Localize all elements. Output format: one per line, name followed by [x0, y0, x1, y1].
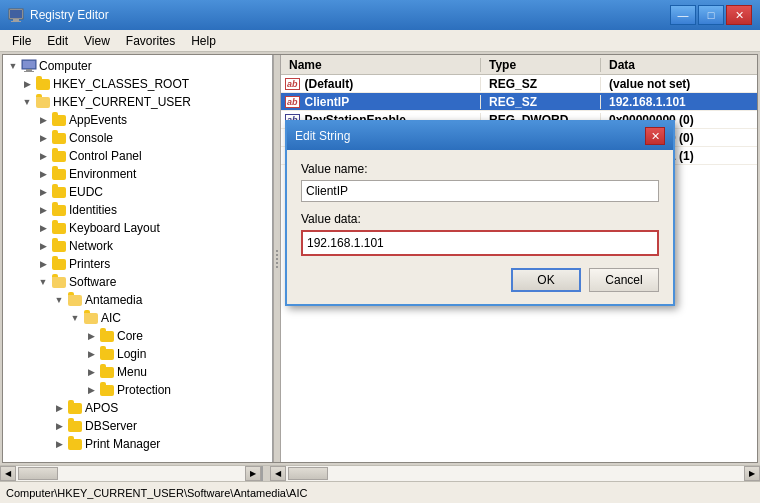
tree-label-software: Software — [69, 275, 116, 289]
dialog-close-button[interactable]: ✕ — [645, 127, 665, 145]
reg-sz-icon: ab — [285, 96, 300, 108]
tree-item-printmanager[interactable]: ▶ Print Manager — [3, 435, 256, 453]
computer-icon — [21, 59, 37, 73]
expand-icon-printmanager[interactable]: ▶ — [51, 436, 67, 452]
right-scroll-left-btn[interactable]: ◀ — [270, 466, 286, 481]
maximize-button[interactable]: □ — [698, 5, 724, 25]
tree-item-hkcu[interactable]: ▼ HKEY_CURRENT_USER — [3, 93, 256, 111]
svg-rect-1 — [10, 10, 22, 18]
expand-icon-software[interactable]: ▼ — [35, 274, 51, 290]
folder-icon-antamedia — [67, 293, 83, 307]
menu-file[interactable]: File — [4, 32, 39, 50]
expand-icon-aic[interactable]: ▼ — [67, 310, 83, 326]
tree-label-printers: Printers — [69, 257, 110, 271]
right-scroll-right-btn[interactable]: ▶ — [744, 466, 760, 481]
menu-favorites[interactable]: Favorites — [118, 32, 183, 50]
value-name-label: Value name: — [301, 162, 659, 176]
folder-icon-login — [99, 347, 115, 361]
left-scroll-right-btn[interactable]: ▶ — [245, 466, 261, 481]
tree-item-controlpanel[interactable]: ▶ Control Panel — [3, 147, 256, 165]
tree-item-menu[interactable]: ▶ Menu — [3, 363, 256, 381]
tree-label-menu: Menu — [117, 365, 147, 379]
expand-icon-eudc[interactable]: ▶ — [35, 184, 51, 200]
minimize-button[interactable]: — — [670, 5, 696, 25]
tree-item-aic[interactable]: ▼ AIC — [3, 309, 256, 327]
tree-item-login[interactable]: ▶ Login — [3, 345, 256, 363]
table-row[interactable]: ab ClientIP REG_SZ 192.168.1.101 — [281, 93, 757, 111]
folder-icon-apos — [67, 401, 83, 415]
tree-label-computer: Computer — [39, 59, 92, 73]
svg-rect-7 — [24, 71, 34, 72]
tree-item-apos[interactable]: ▶ APOS — [3, 399, 256, 417]
col-header-data: Data — [601, 58, 757, 72]
cancel-button[interactable]: Cancel — [589, 268, 659, 292]
value-data-input[interactable] — [301, 230, 659, 256]
divider-handle[interactable] — [273, 55, 281, 462]
tree-item-software[interactable]: ▼ Software — [3, 273, 256, 291]
expand-icon-network[interactable]: ▶ — [35, 238, 51, 254]
tree-item-antamedia[interactable]: ▼ Antamedia — [3, 291, 256, 309]
folder-icon-environment — [51, 167, 67, 181]
expand-icon-hkcu[interactable]: ▼ — [19, 94, 35, 110]
expand-icon-identities[interactable]: ▶ — [35, 202, 51, 218]
tree-label-hkcr: HKEY_CLASSES_ROOT — [53, 77, 189, 91]
left-scroll-thumb[interactable] — [18, 467, 58, 480]
expand-icon-antamedia[interactable]: ▼ — [51, 292, 67, 308]
row-data-0: (value not set) — [601, 77, 757, 91]
col-header-name: Name — [281, 58, 481, 72]
edit-string-dialog: Edit String ✕ Value name: Value data: OK… — [285, 120, 675, 306]
menu-help[interactable]: Help — [183, 32, 224, 50]
expand-icon-login[interactable]: ▶ — [83, 346, 99, 362]
dialog-title-bar: Edit String ✕ — [287, 122, 673, 150]
dialog-title: Edit String — [295, 129, 350, 143]
expand-icon-environment[interactable]: ▶ — [35, 166, 51, 182]
expand-icon-apos[interactable]: ▶ — [51, 400, 67, 416]
expand-icon-core[interactable]: ▶ — [83, 328, 99, 344]
dialog-buttons: OK Cancel — [301, 268, 659, 292]
expand-icon-printers[interactable]: ▶ — [35, 256, 51, 272]
right-scroll-track[interactable] — [286, 466, 744, 481]
expand-icon-computer[interactable]: ▼ — [5, 58, 21, 74]
tree-item-computer[interactable]: ▼ Computer — [3, 57, 256, 75]
tree-item-appevents[interactable]: ▶ AppEvents — [3, 111, 256, 129]
right-scroll-thumb[interactable] — [288, 467, 328, 480]
tree-label-hkcu: HKEY_CURRENT_USER — [53, 95, 191, 109]
expand-icon-controlpanel[interactable]: ▶ — [35, 148, 51, 164]
tree-item-protection[interactable]: ▶ Protection — [3, 381, 256, 399]
folder-icon-hkcu — [35, 95, 51, 109]
svg-rect-5 — [23, 61, 35, 68]
tree-item-network[interactable]: ▶ Network — [3, 237, 256, 255]
tree-item-core[interactable]: ▶ Core — [3, 327, 256, 345]
tree-label-keyboardlayout: Keyboard Layout — [69, 221, 160, 235]
expand-icon-dbserver[interactable]: ▶ — [51, 418, 67, 434]
tree-label-environment: Environment — [69, 167, 136, 181]
left-scroll-left-btn[interactable]: ◀ — [0, 466, 16, 481]
expand-icon-console[interactable]: ▶ — [35, 130, 51, 146]
expand-icon-protection[interactable]: ▶ — [83, 382, 99, 398]
tree-item-eudc[interactable]: ▶ EUDC — [3, 183, 256, 201]
status-path: Computer\HKEY_CURRENT_USER\Software\Anta… — [6, 487, 307, 499]
tree-label-login: Login — [117, 347, 146, 361]
folder-icon-identities — [51, 203, 67, 217]
tree-label-apos: APOS — [85, 401, 118, 415]
tree-item-console[interactable]: ▶ Console — [3, 129, 256, 147]
table-row[interactable]: ab (Default) REG_SZ (value not set) — [281, 75, 757, 93]
menu-view[interactable]: View — [76, 32, 118, 50]
tree-item-keyboardlayout[interactable]: ▶ Keyboard Layout — [3, 219, 256, 237]
expand-icon-appevents[interactable]: ▶ — [35, 112, 51, 128]
tree-item-hkcr[interactable]: ▶ HKEY_CLASSES_ROOT — [3, 75, 256, 93]
menu-edit[interactable]: Edit — [39, 32, 76, 50]
expand-icon-menu[interactable]: ▶ — [83, 364, 99, 380]
expand-icon-hkcr[interactable]: ▶ — [19, 76, 35, 92]
close-button[interactable]: ✕ — [726, 5, 752, 25]
value-name-input[interactable] — [301, 180, 659, 202]
tree-item-environment[interactable]: ▶ Environment — [3, 165, 256, 183]
expand-icon-keyboardlayout[interactable]: ▶ — [35, 220, 51, 236]
right-hscroll: ◀ ▶ — [270, 466, 760, 481]
tree-item-dbserver[interactable]: ▶ DBServer — [3, 417, 256, 435]
tree-item-printers[interactable]: ▶ Printers — [3, 255, 256, 273]
ok-button[interactable]: OK — [511, 268, 581, 292]
status-bar: Computer\HKEY_CURRENT_USER\Software\Anta… — [0, 481, 760, 503]
left-scroll-track[interactable] — [16, 466, 245, 481]
tree-item-identities[interactable]: ▶ Identities — [3, 201, 256, 219]
